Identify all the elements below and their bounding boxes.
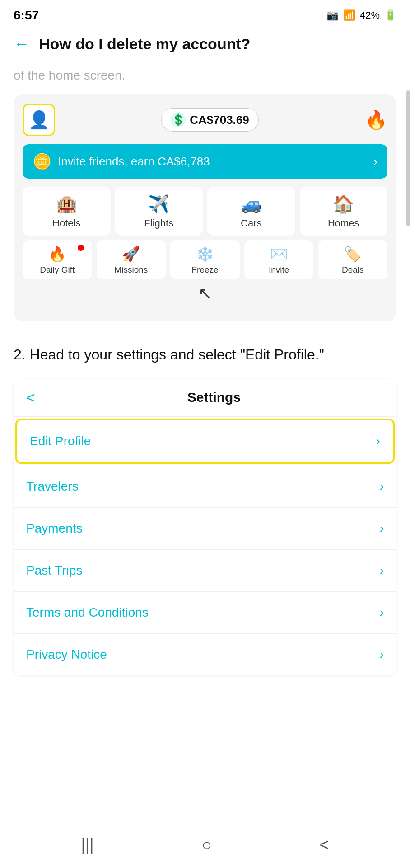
invite-banner[interactable]: 🪙 Invite friends, earn CA$6,783 ›	[23, 144, 387, 179]
travelers-chevron-icon: ›	[380, 479, 384, 494]
cars-label: Cars	[241, 217, 261, 229]
status-bar: 6:57 📷 📶 42% 🔋	[0, 0, 410, 27]
person-icon: 👤	[28, 110, 50, 130]
missions-label: Missions	[114, 265, 148, 275]
nav-menu-button[interactable]: |||	[81, 835, 94, 854]
category-invite[interactable]: ✉️ Invite	[244, 240, 314, 279]
cursor-area: ↖	[23, 279, 387, 312]
payments-chevron-icon: ›	[380, 521, 384, 536]
travelers-label: Travelers	[26, 479, 79, 494]
cars-icon: 🚙	[241, 195, 262, 214]
app-top-row: 👤 💲 CA$703.69 🔥	[23, 104, 387, 136]
scroll-indicator	[406, 90, 410, 226]
app-card-screenshot: 👤 💲 CA$703.69 🔥 🪙 Invite friends, earn C…	[14, 94, 396, 321]
daily-gift-icon: 🔥	[48, 246, 66, 262]
category-homes[interactable]: 🏠 Homes	[300, 187, 388, 236]
missions-icon: 🚀	[122, 246, 140, 262]
fire-icon: 🔥	[365, 109, 387, 131]
settings-item-edit-profile[interactable]: Edit Profile ›	[15, 419, 395, 464]
nav-bar: ||| ○ <	[0, 826, 410, 868]
notification-dot	[78, 245, 84, 251]
settings-item-past-trips[interactable]: Past Trips ›	[14, 550, 396, 592]
settings-item-privacy[interactable]: Privacy Notice ›	[14, 634, 396, 675]
category-cars[interactable]: 🚙 Cars	[207, 187, 295, 236]
back-button[interactable]: ←	[14, 34, 30, 53]
terms-chevron-icon: ›	[380, 605, 384, 620]
privacy-chevron-icon: ›	[380, 647, 384, 662]
homes-icon: 🏠	[333, 195, 354, 214]
nav-back-button[interactable]: <	[319, 835, 329, 854]
category-grid-row2: 🔥 Daily Gift 🚀 Missions ❄️ Freeze ✉️ Inv…	[23, 240, 387, 279]
invite-icon: ✉️	[270, 246, 288, 262]
settings-item-terms[interactable]: Terms and Conditions ›	[14, 592, 396, 634]
settings-back-button[interactable]: <	[26, 389, 35, 406]
nav-home-button[interactable]: ○	[202, 835, 212, 854]
scrolled-content: of the home screen.	[0, 61, 410, 90]
page-title: How do I delete my account?	[39, 35, 251, 53]
homes-label: Homes	[328, 217, 359, 229]
settings-list: Edit Profile › Travelers › Payments › Pa…	[14, 419, 396, 675]
category-flights[interactable]: ✈️ Flights	[115, 187, 203, 236]
category-grid-row1: 🏨 Hotels ✈️ Flights 🚙 Cars 🏠 Homes	[23, 187, 387, 236]
status-icons: 📷 📶 42% 🔋	[326, 9, 396, 21]
flights-icon: ✈️	[148, 195, 169, 214]
page-header: ← How do I delete my account?	[0, 27, 410, 61]
settings-header: < Settings	[14, 379, 396, 417]
deals-label: Deals	[342, 265, 364, 275]
edit-profile-chevron-icon: ›	[376, 434, 380, 448]
invite-text: Invite friends, earn CA$6,783	[58, 155, 210, 169]
past-trips-chevron-icon: ›	[380, 563, 384, 578]
past-trips-label: Past Trips	[26, 563, 82, 578]
deals-icon: 🏷️	[344, 246, 362, 262]
daily-gift-label: Daily Gift	[40, 265, 75, 275]
bluetooth-icon: 📷	[326, 9, 339, 21]
profile-icon-box: 👤	[23, 104, 55, 136]
settings-item-travelers[interactable]: Travelers ›	[14, 466, 396, 508]
cursor-icon: ↖	[198, 284, 212, 303]
settings-item-payments[interactable]: Payments ›	[14, 508, 396, 550]
flights-label: Flights	[144, 217, 173, 229]
freeze-icon: ❄️	[196, 246, 214, 262]
settings-title: Settings	[44, 390, 384, 405]
invite-label: Invite	[269, 265, 289, 275]
battery-indicator: 42%	[360, 9, 380, 21]
dollar-icon: 💲	[171, 112, 186, 127]
category-hotels[interactable]: 🏨 Hotels	[23, 187, 111, 236]
category-missions[interactable]: 🚀 Missions	[97, 240, 166, 279]
signal-icon: 📶	[343, 9, 355, 21]
coin-icon: 🪙	[33, 152, 51, 170]
invite-arrow-icon: ›	[373, 154, 377, 169]
privacy-label: Privacy Notice	[26, 647, 107, 662]
balance-badge: 💲 CA$703.69	[161, 108, 259, 132]
status-time: 6:57	[14, 8, 39, 23]
battery-icon: 🔋	[384, 9, 396, 21]
instruction-text: 2. Head to your settings and select "Edi…	[0, 335, 410, 379]
freeze-label: Freeze	[191, 265, 218, 275]
category-deals[interactable]: 🏷️ Deals	[318, 240, 387, 279]
category-freeze[interactable]: ❄️ Freeze	[170, 240, 240, 279]
hotels-label: Hotels	[52, 217, 80, 229]
settings-card: < Settings Edit Profile › Travelers › Pa…	[14, 379, 396, 675]
balance-amount: CA$703.69	[190, 113, 249, 127]
category-daily-gift[interactable]: 🔥 Daily Gift	[23, 240, 92, 279]
edit-profile-label: Edit Profile	[30, 434, 91, 448]
payments-label: Payments	[26, 521, 83, 536]
invite-banner-left: 🪙 Invite friends, earn CA$6,783	[33, 152, 210, 170]
hotels-icon: 🏨	[56, 195, 77, 214]
terms-label: Terms and Conditions	[26, 605, 149, 620]
